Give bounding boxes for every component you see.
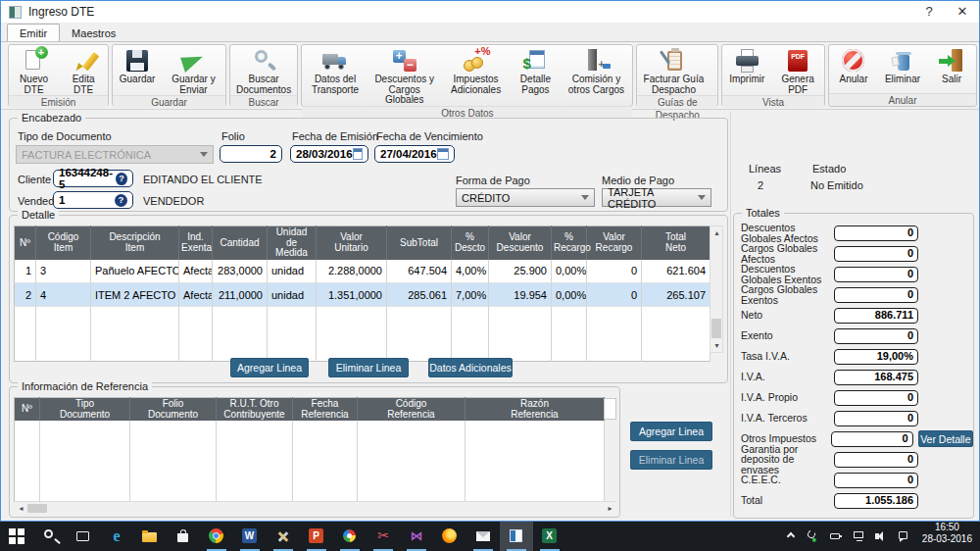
table-cell[interactable]: 0 [587, 283, 642, 307]
folio-input[interactable]: 2 [220, 145, 282, 163]
scrollbar-thumb[interactable] [711, 319, 721, 338]
taskbar-chrome-button[interactable] [200, 522, 233, 551]
cliente-input[interactable]: 16344248-5? [53, 170, 133, 187]
datos-adicionales-button[interactable]: Datos Adicionales [428, 358, 513, 377]
totals-value-field[interactable]: 0 [834, 225, 918, 241]
ribbon-button-salir[interactable]: Salir [927, 45, 976, 93]
ribbon-button-nuevo-dte[interactable]: +Nuevo DTE [9, 45, 59, 95]
totals-value-field[interactable]: 0 [834, 390, 918, 406]
ribbon-button-datos-del-transporte[interactable]: Datos del Transporte [302, 45, 368, 106]
action-center-icon[interactable] [897, 529, 913, 543]
scroll-left-icon[interactable]: ◂ [15, 502, 27, 515]
close-button[interactable]: ✕ [946, 1, 979, 23]
table-row[interactable]: 13Pañuelo AFECTOAfecta283,0000unidad2.28… [15, 260, 710, 283]
table-cell[interactable]: 211,0000 [213, 283, 268, 307]
tab-maestros[interactable]: Maestros [60, 25, 127, 41]
totals-value-field[interactable]: 0 [834, 452, 918, 468]
taskbar-file-explorer-button[interactable] [133, 522, 167, 551]
network-icon[interactable] [852, 529, 868, 543]
medio-pago-select[interactable]: TARJETA CRÉDITO [602, 188, 711, 207]
table-cell[interactable]: 25.900 [489, 260, 552, 283]
table-cell[interactable]: 0 [587, 260, 642, 283]
taskbar-excel-button[interactable]: X [533, 522, 566, 551]
taskbar-word-button[interactable]: W [233, 522, 267, 551]
taskbar-snipping-tool-button[interactable]: ✂ [367, 522, 400, 551]
totals-value-field[interactable]: 886.711 [834, 308, 918, 324]
taskbar-powerpoint-button[interactable]: P [300, 522, 333, 551]
detail-eliminar-linea-button[interactable]: Eliminar Linea [328, 358, 409, 377]
ribbon-button-imprimir[interactable]: Imprimir [722, 45, 771, 95]
forma-pago-select[interactable]: CRÉDITO [456, 188, 595, 207]
reference-agregar-linea-button[interactable]: Agregar Linea [630, 422, 712, 441]
lookup-help-icon[interactable]: ? [116, 173, 127, 185]
lookup-help-icon[interactable]: ? [115, 194, 127, 207]
table-cell[interactable]: 19.954 [489, 283, 552, 307]
table-cell[interactable]: 265.107 [642, 283, 710, 307]
table-cell[interactable]: 621.604 [642, 260, 710, 283]
ver-detalle-button[interactable]: Ver Detalle [918, 430, 973, 447]
tipo-documento-select[interactable]: FACTURA ELECTRÓNICA [16, 145, 214, 164]
totals-value-field[interactable]: 0 [834, 287, 918, 303]
table-cell[interactable]: 285.061 [387, 283, 452, 307]
table-row[interactable]: 24ITEM 2 AFECTOAfecta211,0000unidad1.351… [15, 283, 710, 307]
vendedor-input[interactable]: 1? [53, 191, 133, 209]
totals-value-field[interactable]: 19,00% [834, 349, 918, 365]
taskbar-edge-button[interactable]: e [100, 522, 133, 551]
ribbon-button-guardar[interactable]: Guardar [113, 45, 162, 95]
volume-icon[interactable] [874, 529, 891, 543]
sync-icon[interactable] [807, 529, 823, 543]
table-cell[interactable]: 7,00% [452, 283, 489, 307]
table-cell[interactable]: Afecta [179, 283, 213, 307]
ribbon-button-edita-dte[interactable]: Edita DTE [59, 45, 108, 95]
table-cell[interactable]: 2 [15, 283, 36, 307]
taskbar-task-view-button[interactable] [67, 522, 100, 551]
taskbar-admin-tools-button[interactable] [267, 522, 300, 551]
fecha-emision-input[interactable]: 28/03/2016 [290, 145, 368, 163]
totals-value-field[interactable]: 0 [834, 473, 918, 488]
ribbon-button-facturar-guia-despacho[interactable]: Facturar Guía Despacho [637, 45, 710, 95]
totals-value-field[interactable]: 0 [834, 246, 918, 262]
taskbar-mail-button[interactable] [466, 522, 500, 551]
table-cell[interactable]: unidad [268, 260, 317, 283]
totals-value-field[interactable]: 168.475 [834, 370, 918, 385]
table-cell[interactable]: Pañuelo AFECTO [91, 260, 179, 283]
table-cell[interactable]: Afecta [179, 260, 213, 283]
table-cell[interactable]: 1 [15, 260, 36, 283]
scroll-down-icon[interactable]: ▾ [710, 339, 723, 352]
scrollbar-thumb[interactable] [27, 504, 47, 513]
scroll-right-icon[interactable]: ▸ [604, 502, 616, 515]
chevron-up-icon[interactable] [784, 529, 801, 543]
taskbar-taskbar-search-button[interactable] [33, 522, 67, 551]
taskbar-paint-button[interactable] [333, 522, 367, 551]
table-cell[interactable]: unidad [268, 283, 317, 307]
reference-horizontal-scrollbar[interactable]: ◂ ▸ [15, 501, 616, 514]
table-cell[interactable]: 4,00% [452, 260, 489, 283]
table-cell[interactable]: 0,00% [552, 283, 587, 307]
table-cell[interactable]: 0,00% [552, 260, 587, 283]
ribbon-button-buscar-documentos[interactable]: Buscar Documentos [230, 45, 297, 95]
totals-value-field[interactable]: 0 [834, 328, 918, 344]
ribbon-button-guardar-y-enviar[interactable]: Guardar y Enviar [162, 45, 225, 95]
totals-value-field[interactable]: 0 [834, 411, 918, 426]
table-cell[interactable]: 3 [36, 260, 91, 283]
totals-value-field[interactable]: 0 [834, 267, 918, 282]
fecha-vencimiento-input[interactable]: 27/04/2016 [374, 145, 455, 163]
reference-eliminar-linea-button[interactable]: Eliminar Linea [630, 450, 712, 470]
taskbar-firefox-button[interactable] [433, 522, 466, 551]
taskbar-store-button[interactable] [167, 522, 200, 551]
ribbon-button-descuentos-y-cargos-globales[interactable]: +−Descuentos y Cargos Globales [368, 45, 441, 106]
tab-emitir[interactable]: Emitir [7, 24, 60, 41]
scroll-up-icon[interactable]: ▴ [710, 226, 723, 239]
ribbon-button-anular[interactable]: Anular [829, 45, 878, 93]
ribbon-button-detalle-pagos[interactable]: $Detalle Pagos [511, 45, 560, 106]
table-cell[interactable]: 2.288,0000 [317, 260, 387, 283]
help-button[interactable]: ? [912, 1, 946, 23]
table-cell[interactable]: 4 [36, 283, 91, 307]
taskbar-windows-start-button[interactable] [0, 522, 33, 551]
ribbon-button-impuestos-adicionales[interactable]: +%Impuestos Adicionales [441, 45, 512, 106]
detail-vertical-scrollbar[interactable]: ▴ ▾ [710, 225, 723, 353]
taskbar-ingreso-dte-button[interactable] [500, 522, 533, 551]
taskbar-clock[interactable]: 16:50 28-03-2016 [922, 522, 972, 551]
calendar-icon[interactable] [353, 148, 363, 160]
table-cell[interactable]: 283,0000 [213, 260, 268, 283]
